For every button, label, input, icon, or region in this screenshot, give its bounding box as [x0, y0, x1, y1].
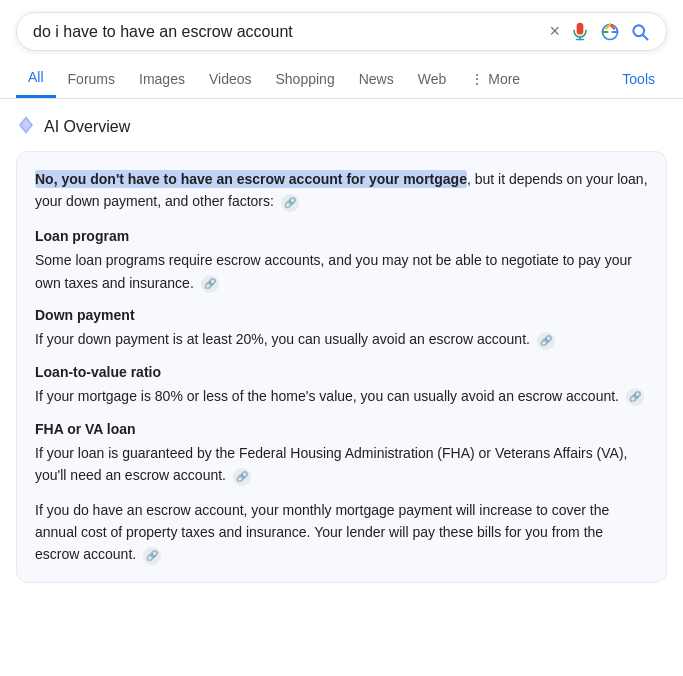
tab-shopping[interactable]: Shopping: [264, 61, 347, 97]
ai-diamond-icon: [16, 115, 36, 139]
tab-news[interactable]: News: [347, 61, 406, 97]
ai-section-ltv-ratio: Loan-to-value ratio If your mortgage is …: [35, 361, 648, 408]
more-label: More: [488, 71, 520, 87]
citation-icon-1[interactable]: 🔗: [281, 194, 299, 212]
ai-section-fha-va: FHA or VA loan If your loan is guarantee…: [35, 418, 648, 487]
ai-section-title-ltv-ratio: Loan-to-value ratio: [35, 361, 648, 383]
ai-section-title-loan-program: Loan program: [35, 225, 648, 247]
ai-intro-highlight: No, you don't have to have an escrow acc…: [35, 170, 467, 188]
ai-section-title-fha-va: FHA or VA loan: [35, 418, 648, 440]
ai-intro-paragraph: No, you don't have to have an escrow acc…: [35, 168, 648, 213]
more-dots-icon: ⋮: [470, 71, 484, 87]
ai-section-body-ltv-ratio: If your mortgage is 80% or less of the h…: [35, 385, 648, 407]
tools-button[interactable]: Tools: [610, 61, 667, 97]
ai-content-box: No, you don't have to have an escrow acc…: [16, 151, 667, 583]
citation-icon-2[interactable]: 🔗: [201, 275, 219, 293]
clear-icon[interactable]: ×: [549, 21, 560, 42]
tab-images[interactable]: Images: [127, 61, 197, 97]
ai-section-down-payment: Down payment If your down payment is at …: [35, 304, 648, 351]
ai-overview-label: AI Overview: [44, 118, 130, 136]
search-icons: ×: [549, 21, 650, 42]
ai-closing-paragraph: If you do have an escrow account, your m…: [35, 499, 648, 566]
ai-section-loan-program: Loan program Some loan programs require …: [35, 225, 648, 294]
tab-web[interactable]: Web: [406, 61, 459, 97]
ai-section-body-fha-va: If your loan is guaranteed by the Federa…: [35, 442, 648, 487]
search-bar-container: do i have to have an escrow account ×: [0, 0, 683, 59]
ai-section-body-loan-program: Some loan programs require escrow accoun…: [35, 249, 648, 294]
citation-icon-4[interactable]: 🔗: [626, 388, 644, 406]
ai-overview-header: AI Overview: [16, 115, 667, 139]
nav-tabs: All Forums Images Videos Shopping News W…: [0, 59, 683, 99]
citation-icon-5[interactable]: 🔗: [233, 468, 251, 486]
microphone-icon[interactable]: [570, 22, 590, 42]
ai-section-body-down-payment: If your down payment is at least 20%, yo…: [35, 328, 648, 350]
search-submit-icon[interactable]: [630, 22, 650, 42]
main-content: AI Overview No, you don't have to have a…: [0, 99, 683, 599]
search-bar: do i have to have an escrow account ×: [16, 12, 667, 51]
ai-section-title-down-payment: Down payment: [35, 304, 648, 326]
tab-forums[interactable]: Forums: [56, 61, 127, 97]
citation-icon-3[interactable]: 🔗: [537, 332, 555, 350]
svg-line-5: [643, 34, 648, 39]
citation-icon-6[interactable]: 🔗: [143, 547, 161, 565]
tab-videos[interactable]: Videos: [197, 61, 264, 97]
more-tabs-button[interactable]: ⋮ More: [458, 61, 532, 97]
tab-all[interactable]: All: [16, 59, 56, 98]
lens-icon[interactable]: [600, 22, 620, 42]
search-query[interactable]: do i have to have an escrow account: [33, 23, 541, 41]
